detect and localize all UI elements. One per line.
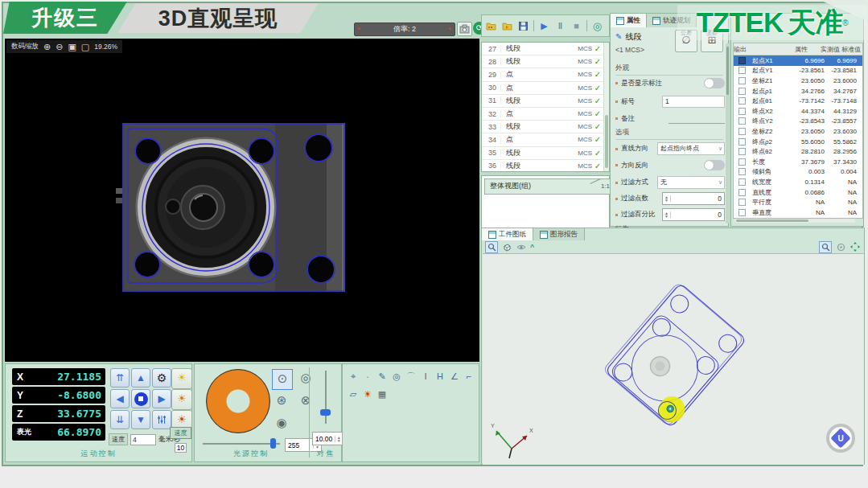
light-pattern-button[interactable]: ◉ xyxy=(272,414,291,433)
magnification-slider[interactable]: 倍率: 2 xyxy=(354,23,455,36)
settings-button[interactable]: ⚙ xyxy=(152,368,171,388)
spinner-arrows[interactable]: ▲▼ xyxy=(335,436,342,442)
output-checkbox[interactable] xyxy=(738,209,746,216)
focus-value[interactable]: 10.00 xyxy=(313,435,335,443)
light-pattern-button[interactable]: ⊗ xyxy=(296,392,315,411)
table-row[interactable]: 直线度 0.0686 NA xyxy=(734,187,862,198)
list-item[interactable]: 36 线段 MCS xyxy=(482,160,603,172)
scrollbar[interactable] xyxy=(726,43,730,223)
measure-tool-icon[interactable]: ✎ xyxy=(376,371,388,382)
output-checkbox[interactable] xyxy=(738,128,746,135)
output-checkbox[interactable] xyxy=(738,108,746,115)
jog-down-fast-button[interactable]: ⇊ xyxy=(110,410,130,429)
jog-right-button[interactable]: ▶ xyxy=(152,389,171,408)
ring-light-diagram[interactable] xyxy=(206,369,270,433)
tab-graphic-report[interactable]: 图形报告 xyxy=(533,228,585,240)
zoom-in-icon[interactable]: ⊕ xyxy=(43,42,51,52)
zoom-out-icon[interactable]: ⊖ xyxy=(56,42,63,52)
scrollbar-thumb[interactable] xyxy=(726,47,729,95)
output-checkbox[interactable] xyxy=(738,189,746,196)
light-pattern-button[interactable]: ⊙ xyxy=(272,369,293,390)
output-checkbox[interactable] xyxy=(738,67,746,74)
marquee-zoom-icon[interactable]: ▣ xyxy=(68,42,76,52)
show-annotation-toggle[interactable] xyxy=(704,78,725,88)
open-project-icon[interactable] xyxy=(485,20,497,32)
light-mid-button[interactable]: ☀ xyxy=(171,389,192,410)
focus-spinner[interactable]: 10.00 ▲▼ xyxy=(312,432,343,445)
save-as-icon[interactable] xyxy=(501,20,513,32)
collapse-icon[interactable]: ^ xyxy=(530,243,534,251)
slider-knob[interactable] xyxy=(270,438,276,449)
table-row[interactable]: 平行度 NA NA xyxy=(734,197,862,207)
camera-view[interactable]: 数码缩放 ⊕ ⊖ ▣ ▢ 19.26% xyxy=(5,39,479,362)
measure-tool-icon[interactable]: ⌒ xyxy=(405,371,417,382)
zoom-tool-icon[interactable] xyxy=(819,241,832,253)
scrollbar-thumb[interactable] xyxy=(736,219,808,222)
spinner-arrows[interactable]: ▲▼ xyxy=(663,195,671,202)
filter-percent-value[interactable]: 0 xyxy=(671,211,724,219)
group-view-header[interactable]: 整体视图(组) 1:1 xyxy=(484,178,613,195)
jog-up-button[interactable]: ▲ xyxy=(131,368,150,388)
save-icon[interactable] xyxy=(517,20,529,32)
output-checkbox[interactable] xyxy=(738,158,746,166)
list-item[interactable]: 34 点 MCS xyxy=(482,133,603,146)
filter-points-value[interactable]: 0 xyxy=(671,195,724,203)
list-item[interactable]: 27 线段 MCS xyxy=(482,43,603,55)
calculator-tool-icon[interactable]: ▦ xyxy=(376,388,388,400)
list-item[interactable]: 28 线段 MCS xyxy=(482,55,603,68)
horizontal-scrollbar[interactable] xyxy=(734,219,855,223)
graphics-canvas[interactable]: Y X U xyxy=(483,253,864,465)
polygon-tool-icon[interactable]: ▱ xyxy=(348,388,359,400)
light-pattern-button[interactable]: ⊛ xyxy=(272,392,291,411)
tab-properties[interactable]: 属性 xyxy=(611,14,647,27)
speed-input[interactable]: 4 xyxy=(130,434,156,445)
list-item[interactable]: 35 线段 MCS xyxy=(482,147,603,160)
list-item[interactable]: 33 线段 MCS xyxy=(482,121,603,133)
jog-down-button[interactable]: ▼ xyxy=(131,410,150,429)
table-row[interactable]: 垂直度 NA NA xyxy=(734,207,862,218)
table-row[interactable]: 起点Y1 -23.8561 -23.8581 xyxy=(734,66,862,76)
output-checkbox[interactable] xyxy=(738,77,746,84)
scrollbar[interactable] xyxy=(603,43,609,171)
table-row[interactable]: 终点ρ2 55.6050 55.5862 xyxy=(734,137,862,147)
table-row[interactable]: 终点θ2 28.2810 28.2956 xyxy=(734,146,862,157)
filter-points-spinner[interactable]: ▲▼0 xyxy=(662,192,725,205)
table-row[interactable]: 起点X1 6.9696 6.9699 xyxy=(734,55,862,66)
table-row[interactable]: 坐标Z1 23.6050 23.6000 xyxy=(734,76,862,86)
note-input[interactable] xyxy=(668,113,725,124)
table-row[interactable]: 终点Y2 -23.8543 -23.8557 xyxy=(734,117,862,127)
output-checkbox[interactable] xyxy=(738,88,746,95)
scrollbar-thumb[interactable] xyxy=(605,115,608,168)
list-item[interactable]: 31 线段 MCS xyxy=(482,95,603,108)
filter-percent-spinner[interactable]: ▲▼0 xyxy=(662,208,725,221)
light-top-button[interactable]: ☀ xyxy=(171,368,192,389)
output-checkbox[interactable] xyxy=(738,97,746,105)
measure-tool-icon[interactable]: H xyxy=(434,371,446,382)
slider-knob[interactable] xyxy=(320,409,331,416)
table-row[interactable]: 坐标Z2 23.6050 23.6030 xyxy=(734,126,862,137)
fit-view-icon[interactable]: ▢ xyxy=(81,42,89,52)
brightness-slider[interactable] xyxy=(203,440,280,448)
measure-tool-icon[interactable]: I xyxy=(420,371,431,382)
light-tool-icon[interactable]: ☀ xyxy=(362,388,373,400)
output-checkbox[interactable] xyxy=(738,57,746,64)
output-checkbox[interactable] xyxy=(738,168,746,175)
tab-workpiece-drawing[interactable]: 工件图纸 xyxy=(482,228,533,240)
fit-view-icon[interactable] xyxy=(849,242,861,252)
measure-tool-icon[interactable]: ∙ xyxy=(362,371,373,382)
jog-left-button[interactable]: ◀ xyxy=(110,389,130,408)
reverse-direction-toggle[interactable] xyxy=(704,160,725,170)
table-row[interactable]: 起点θ1 -73.7142 -73.7148 xyxy=(734,96,862,106)
view-cube-icon[interactable] xyxy=(501,242,512,252)
visibility-icon[interactable] xyxy=(516,242,527,252)
run-button[interactable]: ▶ xyxy=(538,20,550,32)
measure-tool-icon[interactable]: ⌖ xyxy=(348,371,359,382)
id-input[interactable]: 1 xyxy=(662,96,725,108)
stop-run-button[interactable]: ■ xyxy=(570,20,582,32)
stop-button[interactable] xyxy=(131,389,150,408)
measure-tool-icon[interactable]: ◎ xyxy=(391,371,402,382)
output-checkbox[interactable] xyxy=(738,178,746,186)
table-row[interactable]: 线宽度 0.1314 NA xyxy=(734,177,862,187)
output-checkbox[interactable] xyxy=(738,148,746,155)
output-checkbox[interactable] xyxy=(738,199,746,206)
